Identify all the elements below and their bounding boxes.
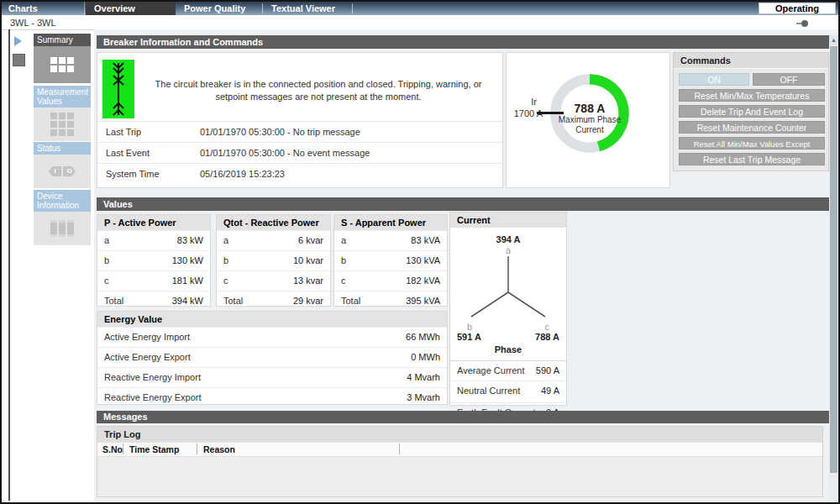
row-label: a (104, 235, 109, 245)
col-time-stamp[interactable]: Time Stamp (129, 444, 179, 454)
sidebar-item-label: Device Information (34, 190, 91, 212)
commands-panel: Commands ON OFF Reset Min/Max Temperatur… (673, 52, 829, 171)
device-panels-icon (50, 220, 74, 237)
trip-log-header-row[interactable]: S.No Time Stamp Reason (97, 442, 822, 457)
row-value: 29 kvar (293, 296, 323, 306)
column-divider[interactable] (399, 444, 400, 454)
row-label: Active Energy Export (104, 352, 191, 362)
row-label: b (104, 255, 109, 265)
avg-current-value: 590 A (536, 365, 559, 375)
charts-panel-splitter[interactable] (8, 29, 10, 501)
play-icon[interactable] (14, 36, 22, 46)
row-label: Reactive Energy Import (104, 372, 201, 382)
collapse-handle-icon[interactable] (801, 20, 808, 27)
row-label: b (341, 255, 346, 265)
reset-all-minmax-values-button[interactable]: Reset All Min/Max Values Except Temperat… (679, 137, 825, 150)
sidebar-item-summary[interactable]: Summary (34, 34, 91, 83)
tab-charts[interactable]: Charts (2, 2, 85, 15)
gauge-ref-pointer (537, 112, 564, 114)
system-time-row: System Time 05/16/2019 15:23:23 (97, 163, 502, 184)
apparent-power-card: S - Apparent Power a83 kVA b130 kVA c182… (333, 214, 448, 307)
phase-b-label: b (467, 322, 472, 332)
energy-value-panel: Energy Value Active Energy Import66 MWh … (97, 311, 448, 405)
breaker-status-text: The circuit breaker is in the connected … (141, 78, 496, 103)
sidebar-item-device-information[interactable]: Device Information (34, 190, 91, 245)
gauge-label: Maximum Phase Current (547, 115, 633, 135)
row-label: Active Energy Import (104, 332, 190, 342)
delete-trip-event-log-button[interactable]: Delete Trip And Event Log (679, 105, 825, 118)
row-value: 3 Mvarh (407, 392, 440, 402)
reset-minmax-temperatures-button[interactable]: Reset Min/Max Temperatures (679, 89, 825, 102)
row-label: Reactive Energy Export (104, 392, 202, 402)
col-sno[interactable]: S.No (102, 444, 123, 454)
current-panel: Current 394 A a b 591 A c 788 A Phase Av… (449, 212, 567, 406)
breaker-connected-icon (102, 60, 134, 118)
tab-power-quality[interactable]: Power Quality (176, 2, 262, 15)
sidebar-item-status[interactable]: Status IO (34, 142, 91, 188)
row-label: c (104, 276, 109, 286)
gauge-ref-name: Ir (507, 97, 537, 107)
vertical-scrollbar[interactable]: ▲ (829, 35, 838, 501)
on-button[interactable]: ON (679, 73, 749, 86)
off-button[interactable]: OFF (753, 73, 825, 86)
phase-c-value: 788 A (535, 332, 559, 342)
phase-a-value: 394 A (450, 234, 566, 244)
phasor-diagram: 394 A a b 591 A c 788 A Phase (450, 228, 566, 360)
last-trip-label: Last Trip (106, 127, 141, 137)
section-header-breaker: Breaker Information and Commands (97, 35, 829, 49)
last-trip-row: Last Trip 01/01/1970 05:30:00 - No trip … (97, 121, 502, 142)
last-trip-value: 01/01/1970 05:30:00 - No trip message (200, 127, 360, 137)
energy-value-title: Energy Value (97, 312, 447, 327)
row-value: 181 kW (172, 276, 203, 286)
row-label: a (223, 235, 228, 245)
top-tab-bar: Charts Overview Power Quality Textual Vi… (2, 2, 838, 15)
row-label: b (223, 255, 228, 265)
column-divider[interactable] (123, 444, 123, 454)
scroll-up-icon[interactable]: ▲ (829, 35, 838, 45)
row-value: 83 kW (177, 235, 203, 245)
scrollbar-thumb[interactable] (830, 46, 837, 473)
breadcrumb: 3WL - 3WL (10, 18, 56, 28)
commands-title: Commands (674, 53, 828, 69)
row-label: c (341, 276, 346, 286)
breaker-status-symbol (102, 60, 134, 118)
io-toggle-icon: IO (49, 166, 76, 176)
tab-separator (262, 3, 263, 13)
active-power-card: P - Active Power a83 kW b130 kW c181 kW … (97, 214, 211, 307)
row-value: 13 kvar (293, 276, 323, 286)
phase-axis-label: Phase (450, 344, 566, 354)
sidebar-item-label: Measurement Values (34, 86, 91, 108)
column-divider[interactable] (197, 444, 197, 454)
row-value: 395 kVA (406, 296, 440, 306)
tab-overview[interactable]: Overview (86, 2, 176, 15)
app-window: Charts Overview Power Quality Textual Vi… (0, 0, 840, 504)
system-time-value: 05/16/2019 15:23:23 (200, 169, 285, 179)
row-value: 66 MWh (406, 332, 440, 342)
row-value: 10 kvar (293, 255, 323, 265)
reset-last-trip-message-button[interactable]: Reset Last Trip Message (679, 153, 825, 165)
avg-current-label: Average Current (457, 365, 525, 375)
last-event-label: Last Event (106, 148, 150, 158)
phase-b-value: 591 A (457, 332, 481, 342)
sidebar-item-label: Status (34, 142, 91, 155)
sidebar-item-label: Summary (34, 34, 91, 46)
operating-mode-button[interactable]: Operating (759, 3, 836, 14)
sidebar-item-measurement-values[interactable]: Measurement Values (34, 86, 91, 141)
current-title: Current (450, 213, 566, 228)
tab-textual-viewer[interactable]: Textual Viewer (263, 2, 352, 15)
row-label: a (341, 235, 346, 245)
system-time-label: System Time (106, 169, 160, 179)
reset-maintenance-counter-button[interactable]: Reset Maintenance Counter (679, 121, 825, 134)
phase-c-label: c (545, 322, 550, 332)
stop-icon[interactable] (13, 54, 25, 66)
row-value: 83 kVA (411, 235, 440, 245)
phasor-lines (450, 255, 566, 322)
col-reason[interactable]: Reason (203, 444, 235, 454)
trip-log-title: Trip Log (97, 427, 822, 442)
row-label: Total (341, 296, 360, 306)
trip-log-panel: Trip Log S.No Time Stamp Reason (97, 426, 823, 497)
last-event-row: Last Event 01/01/1970 05:30:00 - No even… (97, 142, 502, 163)
section-header-messages: Messages (97, 411, 829, 423)
grid-2x3-icon (50, 57, 74, 72)
row-label: Total (223, 296, 243, 306)
